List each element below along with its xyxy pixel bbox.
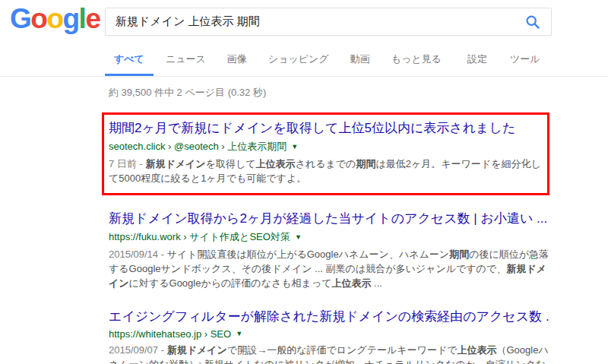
result-url-text: https://whitehatseo.jp › SEO xyxy=(109,328,231,340)
result-snippet: 2015/09/14 - サイト開設直後は順位が上がるGoogleハネムーン、ハ… xyxy=(109,247,549,290)
tabs-right: 設定ツール xyxy=(454,52,608,76)
tab-more[interactable]: もっと見る xyxy=(382,52,451,76)
tab-all[interactable]: すべて xyxy=(105,52,154,76)
tab-news[interactable]: ニュース xyxy=(157,52,215,76)
search-box xyxy=(105,8,552,36)
result-stats: 約 39,500 件中 2 ページ目 (0.32 秒) xyxy=(109,86,608,100)
search-result-3: エイジングフィルターが解除された新規ドメインの検索経由のアクセス数 ...htt… xyxy=(109,308,549,364)
result-options-arrow-icon[interactable]: ▼ xyxy=(291,144,298,150)
logo-letter: g xyxy=(63,3,79,34)
result-title-link[interactable]: エイジングフィルターが解除された新規ドメインの検索経由のアクセス数 ... xyxy=(109,308,549,325)
result-breadcrumb: seotech.click › @seotech › 上位表示期間▼ xyxy=(109,140,541,154)
result-date: 2015/09/07 - xyxy=(109,344,167,356)
tab-videos[interactable]: 動画 xyxy=(341,52,379,76)
result-url-text: https://fuku.work › サイト作成とSEO対策 xyxy=(109,230,290,244)
search-input[interactable] xyxy=(106,8,515,35)
logo-letter: o xyxy=(46,3,62,34)
search-result-1: 期間2ヶ月で新規にドメインを取得して上位5位以内に表示されましたseotech.… xyxy=(102,112,549,195)
result-title-link[interactable]: 新規ドメイン取得から2ヶ月が経過した当サイトのアクセス数 | お小遣い ... xyxy=(109,210,549,227)
google-logo[interactable]: Google xyxy=(10,3,100,35)
tab-settings[interactable]: 設定 xyxy=(458,52,496,76)
result-date: 2015/09/14 - xyxy=(109,248,167,260)
search-button[interactable] xyxy=(515,8,551,35)
search-header: Google xyxy=(0,0,608,44)
result-options-arrow-icon[interactable]: ▼ xyxy=(295,234,302,241)
logo-letter: e xyxy=(85,3,100,34)
result-snippet: 7 日前 - 新規ドメインを取得して上位表示されるまでの期間は最低2ヶ月。キーワ… xyxy=(109,157,541,185)
result-breadcrumb: https://fuku.work › サイト作成とSEO対策▼ xyxy=(109,230,549,244)
tab-shopping[interactable]: ショッピング xyxy=(259,52,338,76)
result-title-link[interactable]: 期間2ヶ月で新規にドメインを取得して上位5位以内に表示されました xyxy=(109,119,541,137)
search-result-2: 新規ドメイン取得から2ヶ月が経過した当サイトのアクセス数 | お小遣い ...h… xyxy=(109,210,549,290)
tabs-bar: すべてニュース画像ショッピング動画もっと見る 設定ツール xyxy=(0,44,608,77)
result-breadcrumb: https://whitehatseo.jp › SEO▼ xyxy=(109,328,549,340)
tab-tools[interactable]: ツール xyxy=(501,52,549,76)
tab-images[interactable]: 画像 xyxy=(218,52,256,76)
result-snippet: 2015/09/07 - 新規ドメインで開設→一般的な評価でロングテールキーワー… xyxy=(109,343,549,364)
result-url-text: seotech.click › @seotech › 上位表示期間 xyxy=(109,140,287,154)
results-list: 期間2ヶ月で新規にドメインを取得して上位5位以内に表示されましたseotech.… xyxy=(109,112,549,364)
result-date: 7 日前 - xyxy=(109,158,145,169)
result-options-arrow-icon[interactable]: ▼ xyxy=(236,331,242,337)
logo-letter: G xyxy=(10,3,30,34)
tabs-left: すべてニュース画像ショッピング動画もっと見る xyxy=(105,52,454,76)
search-icon xyxy=(525,14,540,30)
logo-letter: o xyxy=(30,3,46,34)
